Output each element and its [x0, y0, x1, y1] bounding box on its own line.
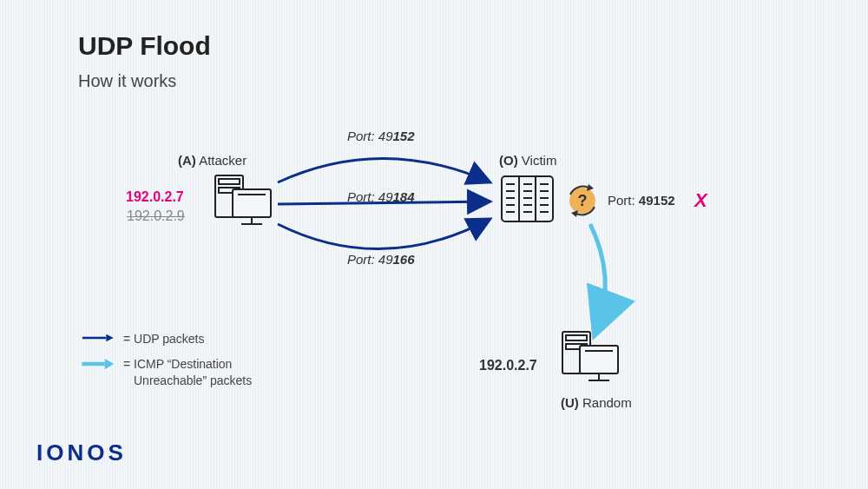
port-check-icon: ?	[564, 182, 601, 219]
diagram-subtitle: How it works	[78, 71, 176, 91]
port3-num: 166	[393, 252, 415, 267]
port1-prefix: Port: 49	[347, 129, 393, 143]
svg-rect-1	[219, 179, 240, 184]
port-closed-icon: X	[694, 189, 707, 212]
legend-udp-arrow-icon	[78, 331, 116, 343]
legend-icmp-line2: Unreachable” packets	[123, 373, 252, 387]
attacker-text: Attacker	[199, 153, 247, 168]
port3-prefix: Port: 49	[347, 252, 393, 267]
legend-icmp-line1: = ICMP “Destination	[123, 357, 232, 371]
victim-server-icon	[499, 174, 556, 226]
svg-rect-3	[233, 189, 271, 217]
attacker-server-icon	[208, 174, 278, 235]
victim-label: (O) Victim	[499, 153, 556, 168]
svg-marker-34	[587, 184, 594, 191]
legend-udp-text: = UDP packets	[123, 331, 205, 347]
check-prefix: Port:	[608, 193, 639, 208]
legend-udp-row: = UDP packets	[78, 331, 252, 347]
victim-prefix: (O)	[499, 153, 518, 168]
attacker-spoofed-ip: 192.0.2.7	[126, 189, 184, 205]
port-label-1: Port: 49152	[347, 129, 415, 143]
legend: = UDP packets = ICMP “Destination Unreac…	[78, 331, 252, 398]
svg-marker-37	[106, 334, 114, 342]
port2-num: 184	[393, 189, 415, 204]
attacker-real-ip: 192.0.2.9	[127, 208, 185, 224]
ionos-logo: IONOS	[36, 439, 127, 466]
victim-text: Victim	[522, 153, 557, 168]
legend-icmp-text: = ICMP “Destination Unreachable” packets	[123, 356, 252, 389]
check-num: 49152	[639, 193, 675, 208]
svg-marker-35	[571, 210, 578, 217]
port-label-2: Port: 49184	[347, 189, 415, 204]
legend-icmp-arrow-icon	[78, 356, 116, 370]
svg-marker-39	[105, 359, 115, 369]
svg-rect-26	[566, 335, 587, 340]
attacker-prefix: (A)	[178, 153, 196, 168]
random-ip: 192.0.2.7	[479, 358, 537, 373]
victim-check-port: Port: 49152	[608, 193, 675, 208]
diagram-title: UDP Flood	[78, 31, 211, 61]
port-label-3: Port: 49166	[347, 252, 415, 267]
legend-icmp-row: = ICMP “Destination Unreachable” packets	[78, 356, 252, 389]
random-server-icon	[556, 330, 625, 391]
svg-rect-28	[580, 346, 618, 373]
random-text: Random	[582, 395, 632, 410]
attacker-label: (A) Attacker	[178, 153, 247, 168]
random-prefix: (U)	[561, 395, 579, 410]
svg-text:?: ?	[578, 192, 588, 209]
random-label: (U) Random	[561, 395, 632, 410]
port1-num: 152	[393, 129, 415, 143]
port2-prefix: Port: 49	[347, 189, 393, 204]
